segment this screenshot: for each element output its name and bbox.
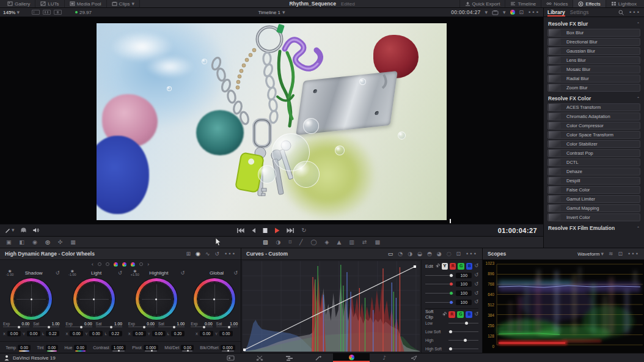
soft-clip-g-button[interactable]: G (457, 311, 464, 318)
split-viewer-toggle[interactable] (43, 10, 51, 15)
high-soft-slider[interactable]: High Soft (425, 344, 478, 353)
fx-item[interactable]: Radial Blur (547, 75, 640, 83)
page-prev-icon[interactable]: ‹ (91, 262, 93, 267)
pivot-field[interactable]: Pivot0.000 (132, 344, 158, 350)
expand-icon[interactable]: ⊡ (618, 251, 623, 257)
curves-palette-icon[interactable]: ▨ (263, 240, 268, 245)
page-dot[interactable] (106, 262, 109, 266)
magic-mask-icon[interactable]: ◯ (310, 240, 317, 245)
exp-slider[interactable]: Exp0.00 (3, 322, 29, 330)
play-button[interactable] (274, 227, 280, 234)
color-wheels-icon[interactable]: ◉ (32, 240, 37, 245)
fx-item[interactable]: Invert Color (547, 213, 640, 221)
stereo-3d-icon[interactable]: ⇄ (362, 240, 367, 245)
reset-icon[interactable]: ↺ (474, 300, 478, 305)
playhead-indicator[interactable] (450, 219, 451, 223)
rgb-mixer-icon[interactable]: ✣ (58, 240, 63, 245)
sizing-palette-icon[interactable]: ▥ (349, 240, 354, 245)
global-color-wheel[interactable] (194, 278, 235, 320)
expand-icon[interactable]: ⊡ (456, 251, 461, 257)
y-value[interactable]: 0.00 (152, 331, 166, 336)
fx-item[interactable]: Mosaic Blur (547, 65, 640, 73)
fx-item[interactable]: Color Stabilizer (547, 140, 640, 148)
tracker-icon[interactable]: ╱ (299, 240, 302, 245)
camera-raw-icon[interactable]: ▣ (6, 240, 12, 245)
tab-settings[interactable]: Settings (570, 8, 589, 17)
contrast-field[interactable]: Contrast1.000 (93, 344, 126, 350)
black-offset-field[interactable]: Blk/Offset0.000 (200, 344, 235, 350)
soft-clip-b-button[interactable]: B (466, 311, 472, 318)
timeline-button[interactable]: Timeline (505, 0, 541, 7)
low-slider[interactable]: Low (425, 319, 478, 328)
fx-item[interactable]: Gamut Limiter (547, 195, 640, 203)
tint-field[interactable]: Tint0.00 (37, 344, 58, 350)
reset-icon[interactable]: ↺ (114, 271, 122, 276)
x-value[interactable]: 0.00 (133, 331, 146, 336)
hue-vs-lum-icon[interactable]: ◒ (417, 251, 422, 257)
reset-icon[interactable]: ↺ (474, 312, 478, 317)
reset-icon[interactable]: ↺ (474, 282, 478, 287)
custom-curves-icon[interactable]: ▭ (388, 251, 393, 257)
page-dot-active[interactable] (131, 262, 135, 267)
lightbox-button[interactable]: Lightbox (606, 0, 642, 7)
stop-button[interactable] (263, 227, 268, 234)
hue-vs-hue-icon[interactable]: ◔ (398, 251, 403, 257)
page-dot[interactable] (98, 262, 101, 266)
fx-section-header-blur[interactable]: Resolve FX Blur ⌃ (547, 18, 640, 29)
fx-item[interactable]: Zoom Blur (547, 84, 640, 92)
curves-graph[interactable] (241, 260, 421, 353)
single-viewer-toggle[interactable] (32, 10, 40, 15)
y-value[interactable]: 0.00 (219, 331, 233, 336)
fx-item[interactable]: Color Space Transform (547, 131, 640, 139)
mid-detail-field[interactable]: Mid/Det0.00 (164, 344, 194, 350)
scope-settings-icon[interactable]: ≋ (609, 251, 613, 257)
page-fairlight[interactable]: ♪ (370, 353, 399, 362)
color-viewer-icon[interactable] (510, 10, 515, 15)
step-back-button[interactable] (251, 227, 256, 234)
key-palette-icon[interactable]: ▲ (337, 240, 341, 245)
fx-item[interactable]: Contrast Pop (547, 149, 640, 157)
shadow-color-wheel[interactable] (10, 278, 52, 320)
fx-section-header-film-emulation[interactable]: Resolve FX Film Emulation ⌃ (547, 223, 640, 233)
fx-section-header-color[interactable]: Resolve FX Color ⌃ (547, 93, 640, 103)
sat-slider[interactable]: Sat1.00 (96, 322, 122, 330)
green-gain-slider[interactable]: 100↺ (425, 289, 478, 298)
page-fusion[interactable] (304, 353, 333, 362)
grab-still-icon[interactable] (492, 10, 499, 15)
channel-b-button[interactable]: B (466, 263, 472, 270)
power-window-icon[interactable]: ⌑ (288, 240, 291, 245)
page-next-icon[interactable]: › (147, 262, 150, 267)
viewer-zoom-select[interactable]: 145% ▾ (3, 10, 20, 15)
media-pool-button[interactable]: Media Pool (65, 0, 107, 7)
exp-slider[interactable]: Exp0.00 (191, 322, 212, 330)
search-icon[interactable] (618, 10, 624, 15)
fx-item[interactable]: Gamut Mapping (547, 204, 640, 212)
zone-pivot[interactable]: ◉+1.50 (128, 269, 142, 277)
curves-options-icon[interactable]: ••• (466, 251, 477, 257)
luts-button[interactable]: LUTs (35, 0, 64, 7)
reset-icon[interactable]: ↺ (176, 271, 185, 276)
reset-icon[interactable]: ↺ (474, 273, 478, 278)
low-soft-slider[interactable]: Low Soft (425, 328, 478, 336)
sat-slider[interactable]: Sat1.00 (33, 322, 59, 330)
zone-pivot[interactable]: ◉-1.00 (65, 269, 79, 277)
page-dot-active[interactable] (122, 262, 126, 267)
luma-gain-slider[interactable]: 100↺ (425, 271, 478, 280)
color-match-icon[interactable]: ◧ (20, 240, 25, 245)
gang-link-icon[interactable] (435, 264, 440, 268)
loop-button[interactable]: ↻ (301, 227, 306, 234)
soft-clip-r-button[interactable]: R (448, 311, 455, 318)
wheel-mode-icon[interactable]: ◉ (196, 251, 200, 257)
enhanced-viewer-toggle[interactable] (54, 10, 62, 15)
exp-slider[interactable]: Exp0.00 (65, 322, 92, 330)
reset-palette-icon[interactable]: ↺ (215, 251, 220, 257)
exp-slider[interactable]: Exp0.00 (128, 322, 155, 330)
page-cut[interactable] (245, 353, 274, 362)
tab-library[interactable]: Library (547, 8, 565, 17)
viewer-timecode[interactable]: 00:00:04:27 (451, 9, 480, 15)
chevron-down-icon[interactable]: ▾ (503, 10, 506, 15)
blue-gain-slider[interactable]: 100↺ (425, 298, 478, 307)
add-node-icon[interactable]: ⊞ (186, 251, 191, 257)
effects-button[interactable]: Effects (573, 0, 605, 7)
fx-item[interactable]: Color Compressor (547, 122, 640, 130)
